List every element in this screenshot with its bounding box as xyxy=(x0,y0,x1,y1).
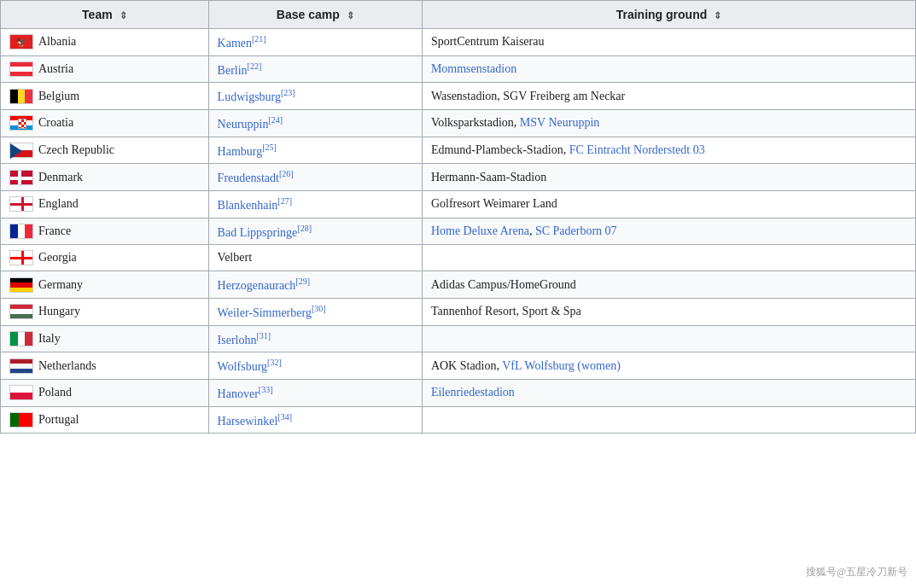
table-row: NetherlandsWolfsburg[32]AOK Stadion, VfL… xyxy=(1,352,916,380)
team-name: Albania xyxy=(38,35,76,49)
basecamp-link[interactable]: Wolfsburg xyxy=(218,360,268,373)
basecamp-link[interactable]: Blankenhain xyxy=(218,199,278,212)
col-training[interactable]: Training ground ⇕ xyxy=(422,1,915,29)
training-ground-cell: SportCentrum Kaiserau xyxy=(422,29,915,56)
basecamp-ref: [21] xyxy=(252,34,266,44)
col-team-sort-icon: ⇕ xyxy=(120,10,127,21)
basecamp-cell[interactable]: Iserlohn[31] xyxy=(208,325,422,352)
basecamp-link[interactable]: Neuruppin xyxy=(218,118,269,131)
col-basecamp[interactable]: Base camp ⇕ xyxy=(208,1,422,29)
basecamp-cell[interactable]: Ludwigsburg[23] xyxy=(208,83,422,110)
table-row: EnglandBlankenhain[27]Golfresort Weimare… xyxy=(1,190,916,218)
basecamp-link[interactable]: Hanover xyxy=(218,387,259,400)
team-name: Hungary xyxy=(38,305,80,318)
basecamp-cell[interactable]: Bad Lippspringe[28] xyxy=(208,218,422,245)
basecamp-cell[interactable]: Hamburg[25] xyxy=(208,137,422,164)
team-cell: Netherlands xyxy=(1,352,209,380)
header-row: Team ⇕ Base camp ⇕ Training ground ⇕ xyxy=(1,1,916,29)
col-team-label: Team xyxy=(82,8,113,21)
flag-czech-republic xyxy=(9,143,33,158)
col-team[interactable]: Team ⇕ xyxy=(1,1,209,29)
training-ground-text: , xyxy=(529,224,535,237)
training-ground-link[interactable]: MSV Neuruppin xyxy=(520,116,599,129)
table-row: PortugalHarsewinkel[34] xyxy=(1,406,916,434)
basecamp-link[interactable]: Hamburg xyxy=(218,144,263,157)
team-cell: Czech Republic xyxy=(1,137,209,164)
team-cell: England xyxy=(1,190,209,218)
table-row: AlbaniaKamen[21]SportCentrum Kaiserau xyxy=(1,29,916,56)
team-name: Netherlands xyxy=(38,359,96,373)
team-name: Italy xyxy=(38,332,61,346)
training-ground-link[interactable]: Home Deluxe Arena xyxy=(431,224,529,237)
training-ground-cell: Golfresort Weimarer Land xyxy=(422,190,915,218)
team-cell: Belgium xyxy=(1,83,209,110)
basecamp-text: Velbert xyxy=(218,251,252,264)
basecamp-ref: [29] xyxy=(295,277,310,286)
basecamp-ref: [22] xyxy=(248,61,262,71)
training-ground-text: Hermann-Saam-Stadion xyxy=(431,171,546,183)
training-ground-text: Edmund-Plambeck-Stadion, xyxy=(431,143,569,156)
team-cell: Denmark xyxy=(1,164,209,191)
flag-austria xyxy=(9,61,33,77)
training-ground-link[interactable]: Eilenriedestadion xyxy=(431,386,515,399)
basecamp-link[interactable]: Freudenstadt xyxy=(218,172,279,184)
basecamp-cell[interactable]: Blankenhain[27] xyxy=(208,190,422,218)
basecamp-cell[interactable]: Hanover[33] xyxy=(208,379,422,406)
basecamp-link[interactable]: Iserlohn xyxy=(218,333,257,346)
basecamp-link[interactable]: Bad Lippspringe xyxy=(218,225,298,238)
training-ground-link[interactable]: Mommsenstadion xyxy=(431,62,516,75)
training-ground-link[interactable]: SC Paderborn 07 xyxy=(535,224,617,237)
basecamp-cell[interactable]: Berlin[22] xyxy=(208,55,422,83)
training-ground-cell: Wasenstadion, SGV Freiberg am Neckar xyxy=(422,83,915,110)
basecamp-cell[interactable]: Freudenstadt[26] xyxy=(208,164,422,191)
basecamp-ref: [24] xyxy=(268,115,283,125)
basecamp-ref: [26] xyxy=(279,169,294,178)
basecamp-cell[interactable]: Neuruppin[24] xyxy=(208,109,422,137)
flag-portugal xyxy=(9,412,33,428)
table-row: FranceBad Lippspringe[28]Home Deluxe Are… xyxy=(1,218,916,245)
team-name: Czech Republic xyxy=(38,143,114,157)
team-name: Germany xyxy=(38,278,83,292)
table-row: GermanyHerzogenaurach[29]Adidas Campus/H… xyxy=(1,271,916,299)
basecamp-link[interactable]: Ludwigsburg xyxy=(218,90,281,103)
training-ground-cell: Adidas Campus/HomeGround xyxy=(422,271,915,299)
table-row: GeorgiaVelbert xyxy=(1,245,916,271)
basecamp-link[interactable]: Harsewinkel xyxy=(218,414,278,427)
basecamp-cell[interactable]: Weiler-Simmerberg[30] xyxy=(208,298,422,325)
basecamp-link[interactable]: Kamen xyxy=(218,37,252,49)
team-name: Austria xyxy=(38,62,73,76)
basecamp-link[interactable]: Berlin xyxy=(218,63,248,76)
basecamp-ref: [33] xyxy=(259,385,273,394)
training-ground-link[interactable]: FC Eintracht Norderstedt 03 xyxy=(569,143,705,156)
team-name: Belgium xyxy=(38,90,79,103)
main-wrapper: Team ⇕ Base camp ⇕ Training ground ⇕ Alb… xyxy=(0,0,916,434)
basecamp-cell[interactable]: Harsewinkel[34] xyxy=(208,406,422,434)
training-ground-text: Volksparkstadion, xyxy=(431,116,520,129)
table-row: HungaryWeiler-Simmerberg[30]Tannenhof Re… xyxy=(1,298,916,325)
training-ground-cell: Eilenriedestadion xyxy=(422,379,915,406)
table-row: PolandHanover[33]Eilenriedestadion xyxy=(1,379,916,406)
basecamp-cell[interactable]: Wolfsburg[32] xyxy=(208,352,422,380)
basecamp-ref: [25] xyxy=(262,143,277,152)
team-name: England xyxy=(38,197,79,211)
table-row: BelgiumLudwigsburg[23]Wasenstadion, SGV … xyxy=(1,83,916,110)
team-cell: Georgia xyxy=(1,245,209,271)
table-row: ItalyIserlohn[31] xyxy=(1,325,916,352)
basecamp-link[interactable]: Herzogenaurach xyxy=(218,279,296,292)
basecamp-cell[interactable]: Herzogenaurach[29] xyxy=(208,271,422,299)
team-cell: Austria xyxy=(1,55,209,83)
team-name: Croatia xyxy=(38,116,73,130)
training-ground-cell: Edmund-Plambeck-Stadion, FC Eintracht No… xyxy=(422,137,915,164)
flag-netherlands xyxy=(9,358,33,374)
flag-hungary xyxy=(9,304,33,319)
basecamp-ref: [30] xyxy=(312,304,326,313)
team-cell: Portugal xyxy=(1,406,209,434)
training-ground-link[interactable]: VfL Wolfsburg (women) xyxy=(502,359,621,372)
basecamp-link[interactable]: Weiler-Simmerberg xyxy=(218,306,312,319)
team-cell: Poland xyxy=(1,379,209,406)
basecamp-ref: [27] xyxy=(277,196,292,206)
team-cell: Hungary xyxy=(1,298,209,325)
team-name: France xyxy=(38,224,71,238)
table-row: Czech RepublicHamburg[25]Edmund-Plambeck… xyxy=(1,137,916,164)
basecamp-cell[interactable]: Kamen[21] xyxy=(208,29,422,56)
